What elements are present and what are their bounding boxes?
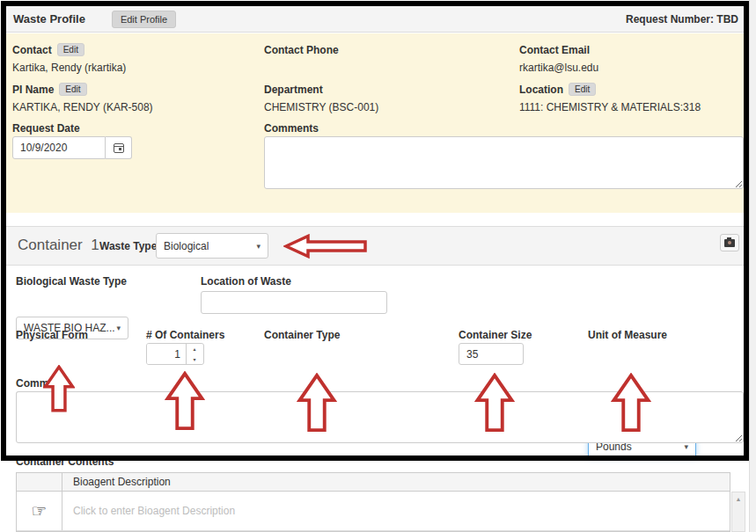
chevron-down-icon: ▾	[116, 324, 121, 332]
contact-phone-field: Contact Phone	[264, 41, 339, 62]
num-containers-label: # Of Containers	[146, 329, 224, 341]
request-number: Request Number: TBD	[626, 13, 738, 26]
table-scrollbar[interactable]: ▲	[731, 492, 745, 532]
page-scrollbar[interactable]	[749, 0, 756, 532]
contact-email-field: Contact Email rkartika@lsu.edu	[519, 41, 598, 74]
waste-type-label: Waste Type	[99, 240, 157, 252]
contact-phone-label: Contact Phone	[264, 44, 339, 56]
page-title: Waste Profile	[13, 12, 85, 26]
location-label: Location	[519, 84, 563, 96]
location-of-waste-input[interactable]	[201, 291, 387, 314]
profile-comments-label: Comments	[264, 122, 319, 135]
location-edit-button[interactable]: Edit	[569, 83, 596, 96]
department-label: Department	[264, 84, 323, 96]
container-photo-button[interactable]	[720, 234, 739, 251]
container-type-label: Container Type	[264, 329, 340, 341]
request-number-label: Request Number:	[626, 13, 714, 26]
spinner-buttons: ▴ ▾	[186, 344, 202, 364]
request-date-group	[12, 136, 132, 159]
scroll-up-icon: ▲	[736, 496, 742, 531]
biological-waste-type-label: Biological Waste Type	[16, 275, 127, 288]
container-size-input[interactable]	[459, 343, 524, 365]
unit-of-measure-label: Unit of Measure	[588, 329, 667, 341]
contact-label: Contact	[12, 44, 52, 56]
contact-email-value: rkartika@lsu.edu	[519, 62, 598, 74]
container-contents-table: Bioagent Description ☞ Click to enter Bi…	[16, 472, 730, 532]
container-title: Container 1	[18, 237, 99, 254]
pi-name-field: PI NameEdit KARTIKA, RENDY (KAR-508)	[12, 81, 153, 113]
chevron-down-icon: ▾	[684, 442, 688, 451]
calendar-button[interactable]	[106, 136, 132, 159]
top-header-bar: Waste Profile Edit Profile Request Numbe…	[6, 6, 744, 33]
container-size-label: Container Size	[459, 329, 532, 341]
contact-email-label: Contact Email	[519, 44, 590, 56]
row-indicator-cell: ☞	[17, 492, 62, 530]
request-date-input[interactable]	[12, 136, 106, 159]
department-value: CHEMISTRY (BSC-001)	[264, 101, 378, 113]
contact-field: ContactEdit Kartika, Rendy (rkartika)	[12, 41, 126, 74]
pi-name-edit-button[interactable]: Edit	[59, 83, 86, 96]
request-date-label: Request Date	[12, 122, 80, 135]
spin-down-icon[interactable]: ▾	[187, 354, 202, 365]
bioagent-description-column-header: Bioagent Description	[62, 473, 730, 491]
profile-comments-textarea[interactable]	[264, 136, 744, 189]
pi-name-label: PI Name	[12, 84, 54, 96]
num-containers-input[interactable]	[147, 344, 186, 364]
location-of-waste-label: Location of Waste	[201, 275, 291, 288]
container-contents-title: Container Contents	[16, 455, 114, 468]
request-number-value: TBD	[716, 13, 738, 26]
location-value: 1111: CHEMISTRY & MATERIALS:318	[519, 101, 701, 113]
container-comments-textarea[interactable]	[16, 391, 744, 443]
bioagent-description-cell[interactable]: Click to enter Bioagent Description	[62, 492, 730, 530]
department-field: Department CHEMISTRY (BSC-001)	[264, 81, 378, 113]
contact-edit-button[interactable]: Edit	[57, 43, 84, 56]
table-row: ☞ Click to enter Bioagent Description	[17, 492, 730, 531]
hand-pointer-icon: ☞	[32, 500, 48, 521]
chevron-down-icon: ▾	[256, 242, 261, 251]
waste-profile-page: Waste Profile Edit Profile Request Numbe…	[0, 0, 756, 532]
num-containers-stepper[interactable]: ▴ ▾	[146, 343, 204, 365]
row-indicator-column-header	[17, 473, 62, 491]
container-comments-label: Comments	[16, 377, 70, 390]
location-field: LocationEdit 1111: CHEMISTRY & MATERIALS…	[519, 81, 701, 113]
camera-icon	[724, 239, 735, 247]
waste-type-select[interactable]: Biological ▾	[156, 233, 268, 259]
table-header-row: Bioagent Description	[17, 473, 730, 492]
physical-form-label: Physical Form	[16, 329, 88, 341]
calendar-icon	[114, 143, 124, 153]
contact-value: Kartika, Rendy (rkartika)	[12, 62, 126, 74]
spin-up-icon[interactable]: ▴	[187, 344, 202, 354]
waste-type-value: Biological	[164, 240, 209, 252]
pi-name-value: KARTIKA, RENDY (KAR-508)	[12, 101, 153, 113]
edit-profile-button[interactable]: Edit Profile	[112, 11, 176, 28]
